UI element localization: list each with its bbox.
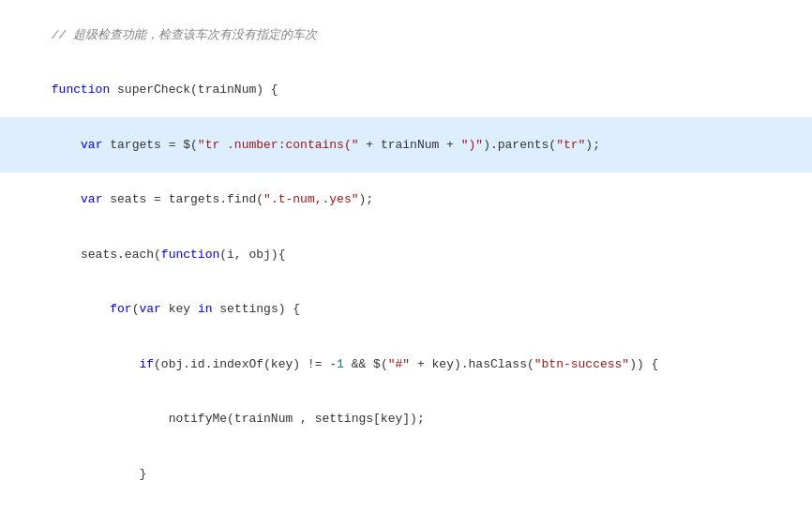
- code-line-3: var targets = $("tr .number:contains(" +…: [0, 117, 812, 173]
- code-line-2: function superCheck(trainNum) {: [0, 63, 812, 118]
- code-line-4: var seats = targets.find(".t-num,.yes");: [0, 173, 812, 228]
- code-editor: // 超级检查功能，检查该车次有没有指定的车次 function superCh…: [0, 0, 812, 511]
- code-line-1: // 超级检查功能，检查该车次有没有指定的车次: [0, 8, 812, 63]
- code-line-6: for(var key in settings) {: [0, 282, 812, 338]
- code-line-9: }: [0, 446, 812, 502]
- code-line-7: if(obj.id.indexOf(key) != -1 && $("#" + …: [0, 337, 812, 392]
- comment-text: // 超级检查功能，检查该车次有没有指定的车次: [52, 28, 317, 42]
- code-line-10: }: [0, 502, 812, 512]
- code-line-8: notifyMe(trainNum , settings[key]);: [0, 392, 812, 447]
- code-line-5: seats.each(function(i, obj){: [0, 227, 812, 282]
